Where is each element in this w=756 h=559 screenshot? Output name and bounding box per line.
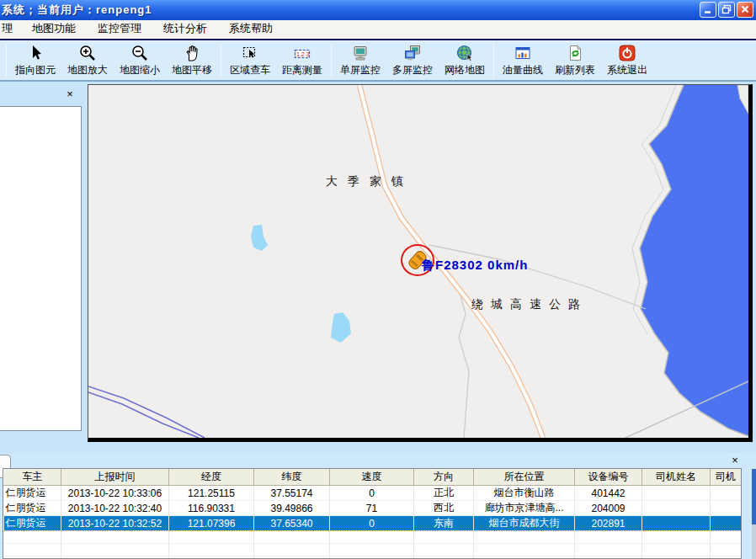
cell <box>711 486 742 501</box>
col-location[interactable]: 所在位置 <box>474 469 575 486</box>
vehicle-table-panel: × 车主 上报时间 经度 纬度 速度 方向 所在位置 <box>0 453 756 559</box>
tool-label: 系统退出 <box>607 63 647 77</box>
region-search-icon <box>241 43 259 63</box>
empty-row <box>4 556 742 559</box>
vehicle-list-panel[interactable] <box>0 106 82 431</box>
cell: 39.49866 <box>254 501 330 516</box>
cell: 东南 <box>414 516 474 531</box>
pan-hand-icon <box>183 43 201 63</box>
col-device-id[interactable]: 设备编号 <box>575 469 642 486</box>
empty-cell <box>575 531 642 544</box>
cell: 2013-10-22 10:32:52 <box>61 516 169 531</box>
menu-item-system[interactable]: 理 <box>0 19 21 40</box>
cell: 2013-10-22 10:32:40 <box>61 501 169 516</box>
tool-label: 区域查车 <box>230 63 270 77</box>
empty-cell <box>642 531 711 544</box>
table-row[interactable]: 仁朋货运 2013-10-22 10:33:06 121.25115 37.55… <box>4 486 742 501</box>
table-row-selected[interactable]: 仁朋货运 2013-10-22 10:32:52 121.07396 37.65… <box>4 516 742 531</box>
fuel-chart-icon <box>514 43 532 63</box>
cell <box>642 516 711 531</box>
empty-cell <box>254 544 330 556</box>
empty-cell <box>711 544 742 556</box>
cell: 37.65340 <box>254 516 330 531</box>
empty-cell <box>642 544 711 556</box>
restore-button[interactable] <box>718 2 735 18</box>
cell: 71 <box>330 501 414 516</box>
tool-distance-measure[interactable]: 1.2 3 距离测量 <box>276 41 328 80</box>
empty-cell <box>254 556 330 559</box>
cell: 烟台市衡山路 <box>474 486 575 501</box>
single-monitor-icon <box>351 43 370 63</box>
cell: 116.90331 <box>169 501 254 516</box>
menu-item-map-functions[interactable]: 地图功能 <box>21 19 87 40</box>
cell: 正北 <box>414 486 474 501</box>
table-row[interactable]: 仁朋货运 2013-10-22 10:32:40 116.90331 39.49… <box>4 501 742 516</box>
highway-label: 绕城高速公路 <box>471 297 588 312</box>
minimize-button[interactable] <box>700 2 716 18</box>
tool-label: 单屏监控 <box>340 63 381 77</box>
col-driver-name[interactable]: 司机姓名 <box>642 469 711 486</box>
table-panel-close-button[interactable]: × <box>728 454 742 467</box>
cell: 121.07396 <box>169 516 254 531</box>
cell: 204009 <box>575 501 642 516</box>
tool-zoom-in[interactable]: 地图放大 <box>61 41 114 80</box>
empty-cell <box>711 531 742 544</box>
cell: 2013-10-22 10:33:06 <box>61 486 169 501</box>
empty-cell <box>169 556 254 559</box>
menu-item-help[interactable]: 系统帮助 <box>218 19 284 40</box>
tool-multi-monitor[interactable]: 多屏监控 <box>386 41 439 80</box>
close-button[interactable] <box>737 2 753 18</box>
window-title: 系统；当前用户：renpeng1 <box>0 3 152 18</box>
town-label: 大季家镇 <box>326 174 413 189</box>
empty-cell <box>169 531 254 544</box>
col-latitude[interactable]: 纬度 <box>254 469 330 486</box>
menu-item-statistics[interactable]: 统计分析 <box>152 19 218 40</box>
minimize-icon <box>703 3 713 18</box>
table-scrollbar[interactable] <box>752 469 756 524</box>
pointer-icon <box>26 43 45 63</box>
tool-single-monitor[interactable]: 单屏监控 <box>334 41 386 80</box>
cell <box>711 516 742 531</box>
col-speed[interactable]: 速度 <box>330 469 414 486</box>
cell: 西北 <box>414 501 474 516</box>
vehicle-plate-speed-label: 鲁F28302 0km/h <box>422 258 528 274</box>
cell: 烟台市成都大街 <box>474 516 575 531</box>
tool-label: 多屏监控 <box>392 63 433 77</box>
cell: 仁朋货运 <box>4 516 61 531</box>
col-owner[interactable]: 车主 <box>4 469 61 486</box>
distance-ruler-icon: 1.2 3 <box>293 43 311 63</box>
cell <box>642 486 711 501</box>
tool-fuel-curve[interactable]: 油量曲线 <box>497 41 549 80</box>
empty-row <box>4 531 742 544</box>
empty-cell <box>169 544 254 556</box>
tool-label: 油量曲线 <box>503 63 543 77</box>
left-panel-close-button[interactable]: × <box>63 88 77 101</box>
tool-pan[interactable]: 地图平移 <box>166 41 218 80</box>
empty-cell <box>330 531 414 544</box>
menu-item-monitor-management[interactable]: 监控管理 <box>87 19 152 40</box>
cell: 0 <box>330 486 414 501</box>
window-controls <box>698 2 753 18</box>
tool-zoom-out[interactable]: 地图缩小 <box>114 41 166 80</box>
col-longitude[interactable]: 经度 <box>169 469 254 486</box>
col-report-time[interactable]: 上报时间 <box>61 469 169 486</box>
toolbar: 指向图元 地图放大 地图缩小 地图平移 区域查车 <box>0 40 756 82</box>
close-icon <box>740 3 750 18</box>
empty-cell <box>474 544 575 556</box>
tool-refresh-list[interactable]: 刷新列表 <box>549 41 601 80</box>
tool-system-exit[interactable]: 系统退出 <box>601 41 653 80</box>
col-driver-extra[interactable]: 司机 <box>711 469 742 486</box>
toolbar-separator <box>331 44 332 77</box>
menu-bar: 理 地图功能 监控管理 统计分析 系统帮助 <box>0 20 756 40</box>
tool-region-search[interactable]: 区域查车 <box>224 41 276 80</box>
table-scrollbar-track[interactable] <box>752 524 756 559</box>
tool-label: 刷新列表 <box>555 63 595 77</box>
tool-web-map[interactable]: 网络地图 <box>439 41 491 80</box>
cell <box>711 501 742 516</box>
empty-cell <box>4 531 61 544</box>
cell: 0 <box>330 516 414 531</box>
app-window: 系统；当前用户：renpeng1 理 地图功能 监控管理 统计分析 系统帮助 指… <box>0 0 756 559</box>
col-direction[interactable]: 方向 <box>414 469 474 486</box>
tool-pointer[interactable]: 指向图元 <box>9 41 61 80</box>
toolbar-separator <box>493 44 494 77</box>
